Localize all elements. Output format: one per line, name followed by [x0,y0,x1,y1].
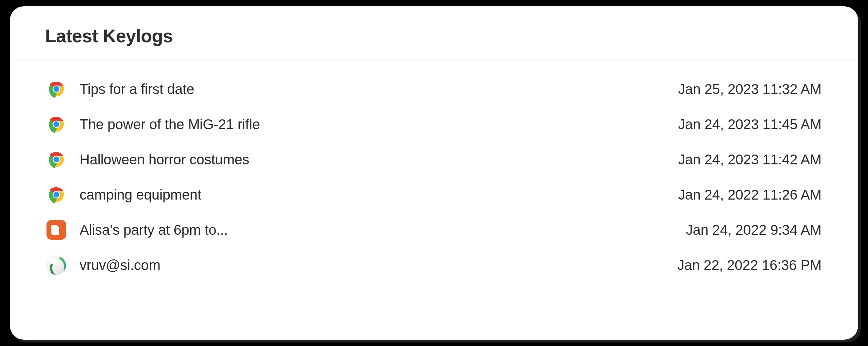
keylog-timestamp: Jan 24, 2023 11:42 AM [678,152,822,168]
svg-point-5 [54,121,59,127]
card-header: Latest Keylogs [10,6,858,61]
vpn-app-icon [46,255,66,275]
keylog-text: camping equipment [80,187,665,203]
keylog-timestamp: Jan 25, 2023 11:32 AM [678,81,822,97]
card-title: Latest Keylogs [45,25,823,46]
keylog-timestamp: Jan 24, 2023 11:45 AM [678,117,822,132]
keylog-timestamp: Jan 24, 2022 9:34 AM [686,222,822,238]
chrome-icon [46,150,66,169]
keylog-row[interactable]: camping equipment Jan 24, 2022 11:26 AM [46,177,822,212]
keylog-text: The power of the MiG-21 rifle [80,117,665,132]
keylog-row[interactable]: vruv@si.com Jan 22, 2022 16:36 PM [46,247,822,283]
keylog-row[interactable]: Alisa’s party at 6pm to... Jan 24, 2022 … [46,212,822,247]
chrome-icon [46,114,66,134]
keylog-timestamp: Jan 24, 2022 11:26 AM [678,187,822,203]
keylog-text: Halloween horror costumes [80,152,665,168]
keylog-row[interactable]: Tips for a first date Jan 25, 2023 11:32… [46,71,822,107]
chrome-icon [46,185,66,205]
svg-point-11 [54,192,59,197]
keylog-timestamp: Jan 22, 2022 16:36 PM [677,257,822,273]
chrome-icon [46,79,66,99]
latest-keylogs-card: Latest Keylogs Tips for a first date Jan… [10,6,858,340]
keylog-row[interactable]: The power of the MiG-21 rifle Jan 24, 20… [46,107,822,142]
keylog-row[interactable]: Halloween horror costumes Jan 24, 2023 1… [46,142,822,177]
svg-point-2 [54,86,59,92]
keylog-list: Tips for a first date Jan 25, 2023 11:32… [10,61,858,293]
keylog-text: Alisa’s party at 6pm to... [80,222,673,238]
notes-app-icon [46,220,66,240]
keylog-text: Tips for a first date [80,81,665,97]
keylog-text: vruv@si.com [80,257,664,273]
svg-point-8 [54,157,59,162]
